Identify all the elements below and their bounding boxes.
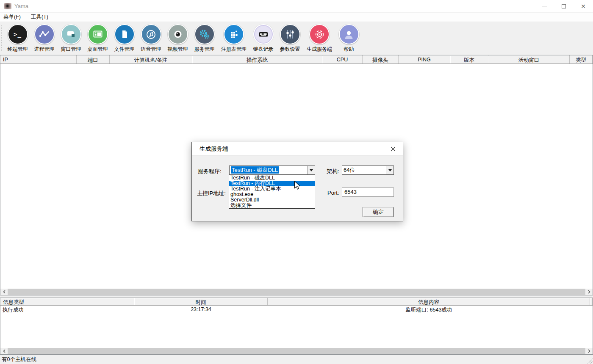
log-list: 信息类型 时间 信息内容 执行成功 23:17:34 监听端口: 6543成功 <box>0 298 593 355</box>
column-header-type[interactable]: 类型 <box>570 55 593 63</box>
eye-lens-icon <box>168 24 188 44</box>
port-label: Port: <box>327 190 339 196</box>
app-icon <box>4 3 11 9</box>
window-icon <box>61 24 81 44</box>
chevron-down-icon[interactable] <box>386 166 393 174</box>
service-program-label: 服务程序: <box>198 168 222 175</box>
column-header-os[interactable]: 操作系统 <box>192 55 322 63</box>
close-icon <box>391 146 396 152</box>
ok-button-label: 确定 <box>373 208 384 216</box>
close-button[interactable]: ✕ <box>574 0 593 12</box>
dialog-title-bar: 生成服务端 <box>192 142 403 156</box>
host-list-header: IP 端口 计算机名/备注 操作系统 CPU 摄像头 PING 版本 活动窗口 … <box>0 55 593 64</box>
column-header-time[interactable]: 时间 <box>134 298 268 305</box>
close-icon: ✕ <box>581 3 586 9</box>
toolbar-service-manage[interactable]: 服务管理 <box>191 24 218 53</box>
toolbar-video-manage[interactable]: 视频管理 <box>164 24 191 53</box>
master-ip-label: 主控IP地址: <box>197 190 226 197</box>
column-header-ping[interactable]: PING <box>399 55 450 63</box>
architecture-combobox[interactable]: 64位 <box>342 165 394 175</box>
ok-button[interactable]: 确定 <box>363 207 394 217</box>
gears-icon <box>194 24 215 44</box>
toolbar-audio-manage[interactable]: 语音管理 <box>138 24 164 53</box>
dropdown-item[interactable]: ServerDll.dll <box>229 197 315 203</box>
dropdown-item[interactable]: TestRun - 磁盘DLL <box>229 175 315 181</box>
sliders-icon <box>280 24 300 44</box>
toolbar-window-manage[interactable]: 窗口管理 <box>58 24 84 53</box>
log-cell-type: 执行成功 <box>0 306 134 313</box>
menu-item-tools[interactable]: 工具(T) <box>31 14 48 21</box>
status-text: 有0个主机在线 <box>2 356 36 363</box>
column-header-active-window[interactable]: 活动窗口 <box>488 55 570 63</box>
mouse-cursor-icon <box>294 181 302 191</box>
toolbar-grip <box>1 25 2 51</box>
toolbar: >_ 终端管理 进程管理 窗口管理 桌面管理 文件管理 语音管理 <box>0 22 593 55</box>
menu-bar: 菜单(F) 工具(T) <box>0 13 593 22</box>
minimize-icon <box>542 6 547 6</box>
column-header-cpu[interactable]: CPU <box>322 55 363 63</box>
column-header-computer-name[interactable]: 计算机名/备注 <box>110 55 192 63</box>
toolbar-registry-manage[interactable]: 注册表管理 <box>218 24 250 53</box>
scroll-right-icon[interactable] <box>585 289 593 295</box>
scroll-left-icon[interactable] <box>0 289 8 295</box>
process-pulse-icon <box>34 24 55 44</box>
log-list-hscrollbar[interactable] <box>0 348 593 354</box>
status-bar: 有0个主机在线 <box>0 355 593 364</box>
window-title: Yama <box>14 3 28 9</box>
service-program-value: TestRun - 磁盘DLL <box>231 166 279 174</box>
log-list-header: 信息类型 时间 信息内容 <box>0 298 593 306</box>
scrollbar-thumb[interactable] <box>8 289 585 295</box>
terminal-icon: >_ <box>8 24 28 44</box>
log-cell-content: 监听端口: 6543成功 <box>268 306 590 313</box>
log-list-body: 执行成功 23:17:34 监听端口: 6543成功 <box>0 306 593 348</box>
scroll-right-icon[interactable] <box>585 348 593 354</box>
menu-item-menu[interactable]: 菜单(F) <box>3 14 21 21</box>
architecture-label: 架构: <box>327 168 339 175</box>
toolbar-parameter-settings[interactable]: 参数设置 <box>277 24 303 53</box>
dropdown-item[interactable]: 选择文件 <box>229 203 315 208</box>
scroll-left-icon[interactable] <box>0 348 8 354</box>
column-header-camera[interactable]: 摄像头 <box>363 55 399 63</box>
log-row[interactable]: 执行成功 23:17:34 监听端口: 6543成功 <box>0 306 593 313</box>
file-icon <box>114 24 135 44</box>
toolbar-terminal-manage[interactable]: >_ 终端管理 <box>4 24 31 53</box>
desktop-icon <box>88 24 108 44</box>
service-program-dropdown: TestRun - 磁盘DLL TestRun - 内存DLL TestRun … <box>229 175 315 209</box>
chevron-down-icon[interactable] <box>307 166 315 174</box>
dialog-close-button[interactable] <box>388 144 398 154</box>
column-header-port[interactable]: 端口 <box>77 55 110 63</box>
toolbar-file-manage[interactable]: 文件管理 <box>111 24 138 53</box>
column-header-info-type[interactable]: 信息类型 <box>0 298 134 305</box>
maximize-icon <box>562 4 566 8</box>
keyboard-icon <box>253 24 274 44</box>
music-note-icon <box>141 24 161 44</box>
host-list-hscrollbar[interactable] <box>0 289 593 295</box>
log-cell-time: 23:17:34 <box>134 306 268 313</box>
dropdown-item[interactable]: ghost.exe <box>229 192 315 197</box>
target-icon <box>309 24 330 44</box>
toolbar-desktop-manage[interactable]: 桌面管理 <box>84 24 111 53</box>
column-header-info-content[interactable]: 信息内容 <box>268 298 590 305</box>
maximize-button[interactable] <box>554 0 574 12</box>
toolbar-help[interactable]: 帮助 <box>335 24 362 53</box>
scrollbar-thumb[interactable] <box>8 348 585 354</box>
toolbar-keylogger[interactable]: 键盘记录 <box>250 24 277 53</box>
architecture-value: 64位 <box>342 166 386 174</box>
toolbar-generate-server[interactable]: 生成服务端 <box>303 24 335 53</box>
resize-grip-icon[interactable] <box>587 358 593 364</box>
toolbar-process-manage[interactable]: 进程管理 <box>31 24 58 53</box>
minimize-button[interactable] <box>535 0 554 12</box>
person-icon <box>339 24 359 44</box>
port-input[interactable]: 6543 <box>342 188 394 197</box>
title-bar: Yama ✕ <box>0 0 593 13</box>
registry-grid-icon <box>224 24 244 44</box>
column-header-version[interactable]: 版本 <box>450 55 488 63</box>
column-header-ip[interactable]: IP <box>0 55 77 63</box>
service-program-combobox[interactable]: TestRun - 磁盘DLL <box>229 165 315 175</box>
column-header-filler <box>590 298 593 305</box>
dialog-title: 生成服务端 <box>200 145 228 153</box>
